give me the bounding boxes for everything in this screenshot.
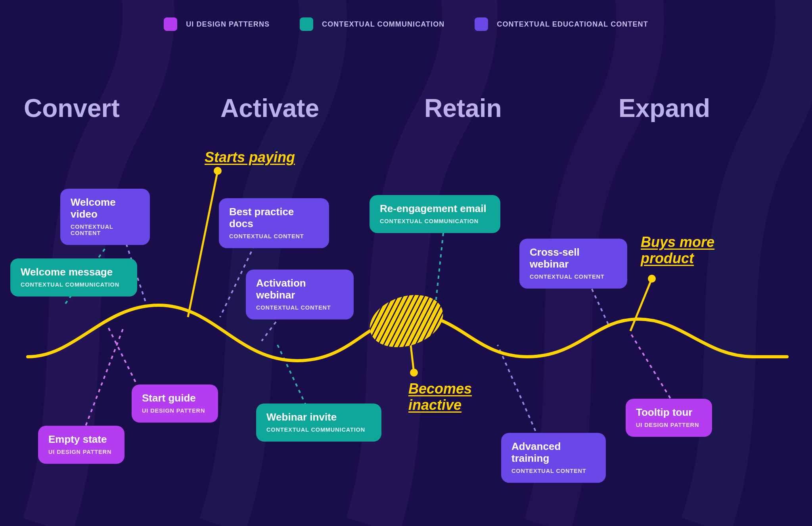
card-subtitle: CONTEXTUAL COMMUNICATION xyxy=(266,427,371,433)
legend-swatch-teal xyxy=(300,17,313,31)
card-advanced-training: Advanced training CONTEXTUAL CONTENT xyxy=(501,433,606,483)
card-subtitle: UI DESIGN PATTERN xyxy=(636,422,702,428)
milestone-becomes-inactive: Becomes inactive xyxy=(408,381,472,413)
card-title: Activation webinar xyxy=(256,277,343,301)
card-activation-webinar: Activation webinar CONTEXTUAL CONTENT xyxy=(246,270,354,319)
milestone-dot-becomes-inactive xyxy=(410,369,418,377)
legend: UI DESIGN PATTERNS CONTEXTUAL COMMUNICAT… xyxy=(0,17,812,31)
connector-tooltip-tour xyxy=(630,333,674,404)
card-empty-state: Empty state UI DESIGN PATTERN xyxy=(38,426,124,464)
legend-label: CONTEXTUAL EDUCATIONAL CONTENT xyxy=(497,20,648,29)
card-title: Best practice docs xyxy=(229,206,319,230)
card-welcome-message: Welcome message CONTEXTUAL COMMUNICATION xyxy=(10,258,137,296)
milestone-line-buys-more xyxy=(630,279,652,331)
legend-swatch-indigo xyxy=(475,17,488,31)
stage-heading-convert: Convert xyxy=(24,94,120,123)
stage-heading-retain: Retain xyxy=(424,94,502,123)
card-title: Cross-sell webinar xyxy=(530,247,617,270)
legend-item-communication: CONTEXTUAL COMMUNICATION xyxy=(300,17,444,31)
card-subtitle: CONTEXTUAL CONTENT xyxy=(71,224,140,236)
card-webinar-invite: Webinar invite CONTEXTUAL COMMUNICATION xyxy=(256,404,381,442)
inactive-hatched-blob xyxy=(363,286,450,356)
card-subtitle: CONTEXTUAL COMMUNICATION xyxy=(21,281,127,288)
card-start-guide: Start guide UI DESIGN PATTERN xyxy=(132,384,218,423)
connector-advanced-training xyxy=(498,345,541,444)
card-title: Start guide xyxy=(142,392,208,404)
card-title: Welcome message xyxy=(21,266,127,278)
milestone-dot-buys-more xyxy=(648,275,656,283)
stage-heading-activate: Activate xyxy=(220,94,319,123)
card-reengagement-email: Re-engagement email CONTEXTUAL COMMUNICA… xyxy=(370,195,500,233)
legend-item-educational: CONTEXTUAL EDUCATIONAL CONTENT xyxy=(475,17,648,31)
card-title: Empty state xyxy=(48,434,114,446)
card-title: Tooltip tour xyxy=(636,407,702,419)
card-subtitle: CONTEXTUAL CONTENT xyxy=(229,233,319,239)
connector-webinar-invite xyxy=(278,345,309,412)
card-subtitle: CONTEXTUAL CONTENT xyxy=(511,468,596,474)
milestone-line-starts-paying xyxy=(188,171,218,317)
card-subtitle: CONTEXTUAL CONTENT xyxy=(256,304,343,311)
legend-swatch-magenta xyxy=(164,17,177,31)
card-title: Webinar invite xyxy=(266,411,371,423)
card-best-practice-docs: Best practice docs CONTEXTUAL CONTENT xyxy=(219,198,329,248)
card-welcome-video: Welcome video CONTEXTUAL CONTENT xyxy=(60,189,150,245)
card-subtitle: UI DESIGN PATTERN xyxy=(48,449,114,455)
card-subtitle: UI DESIGN PATTERN xyxy=(142,407,208,414)
card-tooltip-tour: Tooltip tour UI DESIGN PATTERN xyxy=(626,399,712,437)
legend-label: CONTEXTUAL COMMUNICATION xyxy=(322,20,444,29)
card-subtitle: CONTEXTUAL CONTENT xyxy=(530,274,617,280)
legend-label: UI DESIGN PATTERNS xyxy=(186,20,270,29)
card-title: Advanced training xyxy=(511,441,596,465)
milestone-starts-paying: Starts paying xyxy=(205,149,295,165)
card-title: Re-engagement email xyxy=(380,203,490,215)
milestone-buys-more: Buys more product xyxy=(641,234,714,267)
legend-item-ui-design: UI DESIGN PATTERNS xyxy=(164,17,270,31)
card-title: Welcome video xyxy=(71,197,140,220)
lifecycle-diagram: UI DESIGN PATTERNS CONTEXTUAL COMMUNICAT… xyxy=(0,0,812,526)
card-cross-sell-webinar: Cross-sell webinar CONTEXTUAL CONTENT xyxy=(519,239,627,289)
stage-heading-expand: Expand xyxy=(619,94,710,123)
milestone-dot-starts-paying xyxy=(214,167,222,175)
connector-empty-state xyxy=(83,329,123,432)
card-subtitle: CONTEXTUAL COMMUNICATION xyxy=(380,218,490,224)
